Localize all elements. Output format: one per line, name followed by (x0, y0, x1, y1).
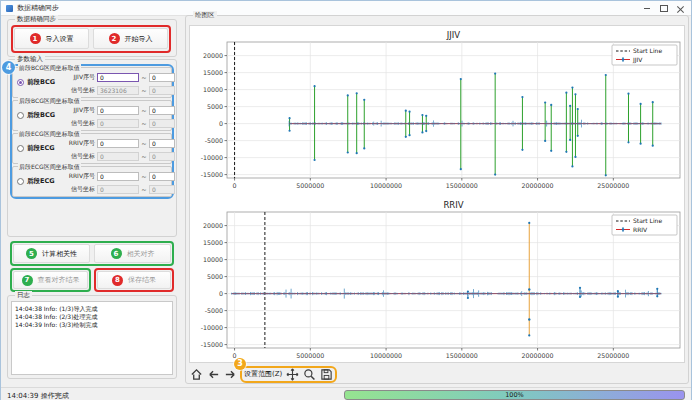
svg-text:-10000: -10000 (201, 324, 223, 331)
view-align-result-label: 查看对齐结果 (38, 275, 80, 285)
param-section-title: 前段ECG区间坐标取值 (18, 130, 81, 138)
field-label: 信号坐标 (65, 86, 95, 95)
zoom-button[interactable] (302, 367, 316, 382)
svg-text:20000000: 20000000 (522, 182, 554, 189)
correlation-align-button: 6 相关对齐 (94, 244, 171, 263)
tilde-separator: ~ (141, 153, 147, 161)
svg-text:15000000: 15000000 (446, 352, 478, 359)
correlation-align-label: 相关对齐 (127, 249, 155, 259)
maximize-button[interactable] (655, 2, 672, 15)
charts-svg[interactable]: 0500000010000000150000002000000025000000… (190, 26, 686, 364)
svg-text:RRIV: RRIV (633, 226, 648, 233)
status-text: 14:04:39 操作完成 (7, 391, 69, 400)
range-start-input[interactable] (97, 73, 139, 82)
status-bar: 14:04:39 操作完成 100% (1, 387, 691, 400)
field-label: JJIV序号 (65, 73, 95, 82)
radio-label: 后段ECG (27, 177, 55, 186)
param-section-title: 后段ECG区间坐标取值 (18, 163, 81, 171)
import-settings-label: 导入设置 (46, 34, 74, 44)
forward-button[interactable] (223, 367, 237, 382)
param-section: 后段BCG区间坐标取值后段BCGJJIV序号~信号坐标~ (12, 100, 172, 131)
app-window: 数据精确同步 数据精确同步 1 导入设置 2 开始导入 参数输入 4 前段BCG… (0, 0, 692, 400)
range-end-input (149, 86, 175, 95)
forward-icon (224, 368, 237, 381)
range-start-input[interactable] (97, 172, 139, 181)
calc-correlation-button[interactable]: 5 计算相关性 (13, 244, 90, 263)
tilde-separator: ~ (141, 173, 147, 181)
range-end-input (149, 152, 175, 161)
svg-text:0: 0 (219, 120, 223, 127)
range-start-input (97, 119, 139, 128)
calc-correlation-label: 计算相关性 (42, 249, 77, 259)
param-group-title: 参数输入 (15, 55, 45, 64)
svg-text:0: 0 (233, 182, 237, 189)
svg-text:Start Line: Start Line (633, 217, 662, 224)
step-badge-8: 8 (112, 275, 123, 286)
pan-button[interactable] (285, 367, 299, 382)
radio-2[interactable] (17, 112, 24, 119)
step-badge-2: 2 (109, 33, 120, 44)
range-start-input[interactable] (97, 139, 139, 148)
tilde-separator: ~ (141, 140, 147, 148)
title-bar: 数据精确同步 (1, 1, 691, 16)
radio-4[interactable] (17, 178, 24, 185)
svg-text:JJIV: JJIV (632, 56, 643, 64)
zoom-icon (303, 368, 316, 381)
range-start-input[interactable] (97, 106, 139, 115)
log-list[interactable]: 14:04:38 Info: (1/3)导入完成14:04:38 Info: (… (11, 301, 173, 375)
back-icon (207, 368, 220, 381)
back-button[interactable] (206, 367, 220, 382)
import-settings-button[interactable]: 1 导入设置 (14, 28, 89, 49)
app-icon (6, 5, 13, 12)
start-import-label: 开始导入 (125, 34, 153, 44)
svg-text:10000000: 10000000 (370, 352, 402, 359)
save-button[interactable] (319, 367, 333, 382)
svg-text:-5000: -5000 (205, 137, 223, 144)
tilde-separator: ~ (141, 87, 147, 95)
close-button[interactable] (672, 2, 689, 15)
save-icon (320, 368, 333, 381)
progress-label: 100% (505, 391, 524, 399)
set-range-button[interactable]: 设置范围(Z) (244, 369, 282, 379)
step-badge-3: 3 (234, 358, 246, 370)
svg-text:-10000: -10000 (201, 154, 223, 161)
range-end-input[interactable] (149, 106, 175, 115)
close-icon (677, 5, 684, 12)
minimize-button[interactable] (638, 2, 655, 15)
field-label: JJIV序号 (65, 106, 95, 115)
range-end-input[interactable] (149, 73, 175, 82)
range-start-input (97, 185, 139, 194)
svg-text:15000: 15000 (203, 239, 223, 246)
start-import-button[interactable]: 2 开始导入 (93, 28, 168, 49)
param-section: 后段ECG区间坐标取值后段ECGRRIV序号~信号坐标~ (12, 166, 172, 197)
range-end-input (149, 119, 175, 128)
tilde-separator: ~ (141, 74, 147, 82)
view-align-result-button: 7 查看对齐结果 (13, 271, 88, 289)
log-entry: 14:04:39 Info: (3/3)绘制完成 (12, 321, 172, 329)
param-section: 前段ECG区间坐标取值前段ECGRRIV序号~信号坐标~ (12, 133, 172, 164)
range-start-input (97, 152, 139, 161)
radio-1[interactable] (17, 79, 24, 86)
svg-text:5000: 5000 (207, 273, 223, 280)
plot-toolbar: 3 设置范围(Z) (189, 364, 685, 384)
svg-text:5000000: 5000000 (296, 182, 324, 189)
tilde-separator: ~ (141, 107, 147, 115)
log-entry: 14:04:38 Info: (1/3)导入完成 (12, 302, 172, 313)
progress-bar: 100% (344, 390, 685, 400)
log-entry: 14:04:38 Info: (2/3)处理完成 (12, 313, 172, 321)
range-end-input[interactable] (149, 172, 175, 181)
radio-3[interactable] (17, 145, 24, 152)
plot-group-title: 绘图区 (193, 11, 217, 20)
plot-canvas[interactable]: 0500000010000000150000002000000025000000… (189, 25, 685, 363)
save-result-label: 保存结果 (128, 275, 156, 285)
svg-text:20000000: 20000000 (522, 352, 554, 359)
home-button[interactable] (189, 367, 203, 382)
range-end-input[interactable] (149, 139, 175, 148)
param-section: 前段BCG区间坐标取值前段BCGJJIV序号~信号坐标~ (12, 67, 172, 98)
sync-group-title: 数据精确同步 (15, 15, 58, 24)
svg-text:RRIV: RRIV (443, 200, 463, 210)
svg-text:5000000: 5000000 (296, 352, 324, 359)
svg-text:-5000: -5000 (205, 307, 223, 314)
step-badge-4: 4 (2, 61, 15, 74)
svg-text:JJIV: JJIV (446, 30, 461, 40)
